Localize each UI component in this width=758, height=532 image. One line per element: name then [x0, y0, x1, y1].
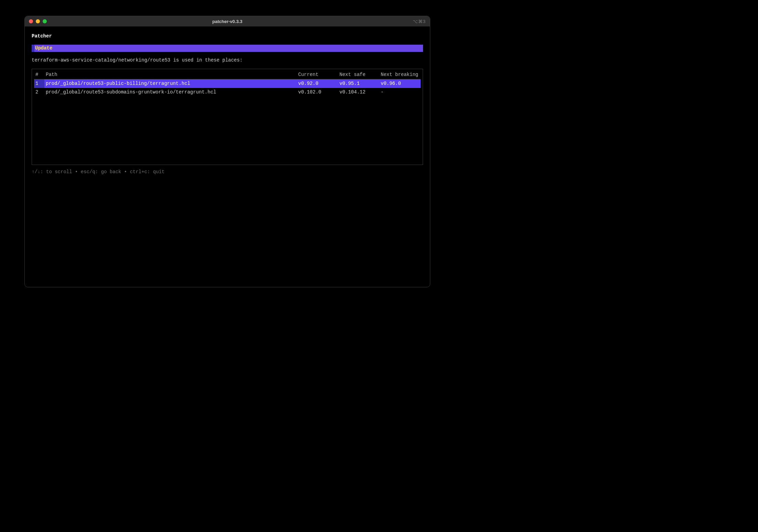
terminal-content[interactable]: Patcher Update terraform-aws-service-cat… [25, 26, 430, 287]
terminal-window: patcher-v0.3.3 ⌥⌘3 Patcher Update terraf… [24, 16, 430, 287]
cell-current: v0.102.0 [297, 88, 338, 97]
window-maximize-button[interactable] [43, 19, 47, 23]
usage-table-container: # Path Current Next safe Next breaking 1… [32, 69, 423, 165]
col-header-next-safe: Next safe [338, 70, 379, 79]
window-title: patcher-v0.3.3 [25, 19, 430, 24]
app-title: Patcher [32, 33, 423, 40]
traffic-lights [29, 19, 47, 23]
cell-next-safe: v0.104.12 [338, 88, 379, 97]
table-header-row: # Path Current Next safe Next breaking [34, 70, 421, 79]
cell-next-breaking: - [379, 88, 421, 97]
window-minimize-button[interactable] [36, 19, 40, 23]
cell-num: 1 [34, 79, 44, 88]
table-body: 1prod/_global/route53-public-billing/ter… [34, 79, 421, 97]
usage-description: terraform-aws-service-catalog/networking… [32, 57, 423, 64]
cell-path: prod/_global/route53-public-billing/terr… [44, 79, 297, 88]
window-shortcut-hint: ⌥⌘3 [413, 19, 426, 24]
col-header-current: Current [297, 70, 338, 79]
keybinding-help: ↑/↓: to scroll • esc/q: go back • ctrl+c… [32, 168, 423, 176]
cell-current: v0.92.0 [297, 79, 338, 88]
col-header-next-breaking: Next breaking [379, 70, 421, 79]
cell-next-safe: v0.95.1 [338, 79, 379, 88]
update-bar-accent [32, 45, 34, 52]
table-row[interactable]: 1prod/_global/route53-public-billing/ter… [34, 79, 421, 88]
table-row[interactable]: 2prod/_global/route53-subdomains-gruntwo… [34, 88, 421, 97]
update-header-bar: Update [32, 45, 423, 52]
window-close-button[interactable] [29, 19, 33, 23]
cell-path: prod/_global/route53-subdomains-gruntwor… [44, 88, 297, 97]
window-titlebar: patcher-v0.3.3 ⌥⌘3 [25, 16, 430, 26]
col-header-path: Path [44, 70, 297, 79]
cell-num: 2 [34, 88, 44, 97]
update-label: Update [34, 45, 53, 52]
col-header-num: # [34, 70, 44, 79]
usage-table: # Path Current Next safe Next breaking 1… [34, 70, 421, 97]
cell-next-breaking: v0.96.0 [379, 79, 421, 88]
